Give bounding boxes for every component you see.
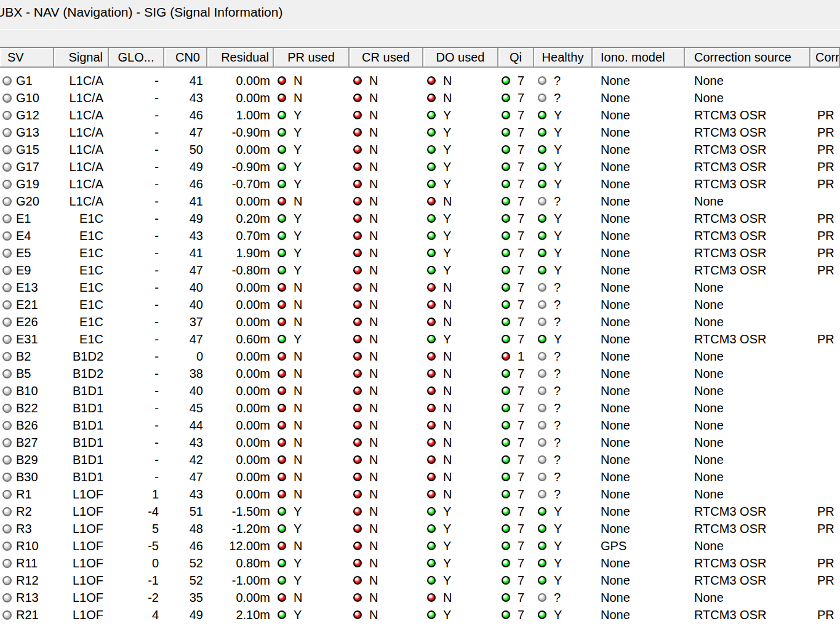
do-used-led (427, 162, 436, 171)
table-row[interactable]: E21E1C-400.00mNNN7?NoneNone (0, 296, 840, 313)
table-row[interactable]: B10B1D1-400.00mNNN7?NoneNone (0, 382, 840, 399)
cr-used-led (353, 76, 362, 85)
qi-led (502, 318, 510, 326)
healthy-value: Y (554, 246, 562, 260)
cn0-value: 41 (190, 74, 203, 88)
qi-led (502, 593, 510, 602)
healthy-cell: ? (534, 399, 593, 417)
qi-led (502, 610, 510, 619)
signal-cell: L1C/A (54, 72, 109, 89)
column-header-correction-source[interactable]: Correction source (685, 48, 810, 68)
qi-cell: 7 (498, 89, 534, 106)
table-row[interactable]: E1E1C-490.20mYNY7YNoneRTCM3 OSRPR (0, 210, 840, 227)
do-used-led (427, 473, 436, 481)
glonass-freq-cell: - (109, 193, 164, 210)
table-row[interactable]: B27B1D1-430.00mNNN7?NoneNone (0, 434, 840, 451)
iono-model-cell: None (593, 89, 685, 106)
do-used-led (427, 111, 436, 119)
column-header-cn0[interactable]: CN0 (164, 48, 207, 68)
residual-cell: -1.00m (207, 572, 274, 589)
table-row[interactable]: G17L1C/A-49-0.90mYNY7YNoneRTCM3 OSRPR (0, 158, 840, 175)
table-row[interactable]: R21L1OF4492.10mYNY7YNoneRTCM3 OSRPR (0, 606, 840, 623)
do-used-led (427, 266, 436, 274)
table-row[interactable]: G12L1C/A-461.00mYNY7YNoneRTCM3 OSRPR (0, 106, 840, 124)
qi-value: 7 (518, 418, 524, 433)
column-header-pr-used[interactable]: PR used (274, 48, 350, 68)
column-header-signal[interactable]: Signal (54, 48, 109, 68)
cn0-cell: 49 (164, 158, 207, 175)
glonass-freq-cell: - (109, 365, 164, 382)
iono-model-cell: None (593, 244, 685, 262)
residual-cell: 0.00m (207, 141, 274, 158)
table-row[interactable]: B29B1D1-420.00mNNN7?NoneNone (0, 451, 840, 468)
glonass-freq-cell: -5 (109, 537, 164, 554)
table-row[interactable]: R2L1OF-451-1.50mYNY7YNoneRTCM3 OSRPR (0, 503, 840, 520)
correction-source-cell: None (685, 313, 810, 330)
qi-cell: 7 (498, 124, 534, 141)
pr-used-cell: Y (274, 141, 350, 158)
table-row[interactable]: R11L1OF0520.80mYNY7YNoneRTCM3 OSRPR (0, 554, 840, 572)
signal-value: E1C (79, 263, 103, 278)
table-row[interactable]: G13L1C/A-47-0.90mYNY7YNoneRTCM3 OSRPR (0, 124, 840, 141)
cr-used-led (353, 576, 362, 585)
healthy-cell: Y (534, 244, 593, 262)
table-row[interactable]: R13L1OF-2350.00mNNN7?NoneNone (0, 589, 840, 606)
cr-used-value: N (369, 608, 378, 622)
pr-used-value: Y (294, 160, 302, 174)
table-row[interactable]: R12L1OF-152-1.00mYNY7YNoneRTCM3 OSRPR (0, 572, 840, 589)
table-row[interactable]: B2B1D2-00.00mNNN1?NoneNone (0, 348, 840, 365)
do-used-value: Y (443, 505, 451, 519)
healthy-cell: ? (534, 72, 593, 89)
column-header-qi[interactable]: Qi (498, 48, 534, 68)
healthy-cell: ? (534, 193, 593, 210)
table-row[interactable]: G15L1C/A-500.00mYNY7YNoneRTCM3 OSRPR (0, 141, 840, 158)
table-row[interactable]: B22B1D1-450.00mNNN7?NoneNone (0, 399, 840, 417)
table-row[interactable]: R1L1OF1430.00mNNN7?NoneNone (0, 486, 840, 503)
column-header-do-used[interactable]: DO used (423, 48, 498, 68)
column-header-healthy[interactable]: Healthy (534, 48, 593, 68)
pr-used-cell: Y (274, 210, 350, 227)
do-used-value: Y (443, 246, 451, 260)
cn0-cell: 40 (164, 279, 207, 296)
qi-led (502, 438, 510, 447)
table-row[interactable]: E26E1C-370.00mNNN7?NoneNone (0, 313, 840, 330)
column-header-iono-model[interactable]: Iono. model (593, 48, 685, 68)
correction-source-value: RTCM3 OSR (694, 229, 766, 243)
cn0-value: 47 (190, 263, 203, 278)
column-header-glonass-freq[interactable]: GLO... (109, 48, 164, 68)
qi-cell: 7 (498, 365, 534, 382)
column-header-correction-flags[interactable]: Corr (810, 48, 840, 68)
iono-model-value: None (601, 160, 630, 174)
table-row[interactable]: R10L1OF-54612.00mNNY7YGPSNone (0, 537, 840, 554)
cn0-cell: 41 (164, 244, 207, 262)
do-used-led (427, 300, 436, 309)
table-row[interactable]: E4E1C-430.70mYNY7YNoneRTCM3 OSRPR (0, 227, 840, 244)
cr-used-value: N (369, 539, 378, 553)
table-row[interactable]: B26B1D1-440.00mNNN7?NoneNone (0, 417, 840, 434)
table-row[interactable]: B30B1D1-470.00mNNN7?NoneNone (0, 468, 840, 486)
table-row[interactable]: G20L1C/A-410.00mNNN7?NoneNone (0, 193, 840, 210)
table-row[interactable]: G19L1C/A-46-0.70mYNY7YNoneRTCM3 OSRPR (0, 175, 840, 193)
table-row[interactable]: E31E1C-470.60mYNY7YNoneRTCM3 OSRPR (0, 330, 840, 348)
table-row[interactable]: E13E1C-400.00mNNN7?NoneNone (0, 279, 840, 296)
iono-model-value: None (601, 522, 630, 536)
glonass-freq-value: - (154, 436, 159, 450)
column-header-cr-used[interactable]: CR used (350, 48, 423, 68)
pr-used-led (278, 524, 286, 533)
glonass-freq-cell: - (109, 124, 164, 141)
table-row[interactable]: G1L1C/A-410.00mNNN7?NoneNone (0, 72, 840, 89)
cr-used-cell: N (350, 503, 423, 520)
column-header-sv[interactable]: SV (0, 48, 54, 68)
table-row[interactable]: R3L1OF548-1.20mYNY7YNoneRTCM3 OSRPR (0, 520, 840, 537)
sv-cell: E31 (0, 330, 54, 348)
glonass-freq-value: 5 (152, 522, 159, 536)
signal-cell: L1OF (54, 606, 109, 623)
table-row[interactable]: E9E1C-47-0.80mYNY7YNoneRTCM3 OSRPR (0, 262, 840, 279)
table-row[interactable]: E5E1C-411.90mYNY7YNoneRTCM3 OSRPR (0, 244, 840, 262)
iono-model-cell: None (593, 141, 685, 158)
table-row[interactable]: G10L1C/A-430.00mNNN7?NoneNone (0, 89, 840, 106)
cr-used-cell: N (350, 313, 423, 330)
cr-used-cell: N (350, 262, 423, 279)
table-row[interactable]: B5B1D2-380.00mNNN7?NoneNone (0, 365, 840, 382)
column-header-residual[interactable]: Residual (207, 48, 274, 68)
